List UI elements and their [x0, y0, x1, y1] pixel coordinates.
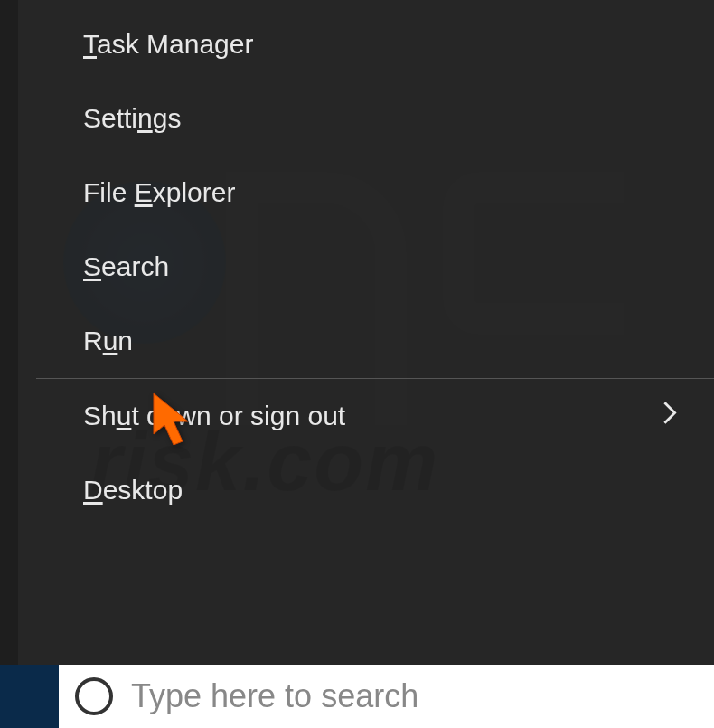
taskbar: Type here to search	[0, 665, 714, 728]
search-placeholder: Type here to search	[131, 677, 418, 715]
menu-label: Search	[83, 251, 169, 282]
menu-item-desktop[interactable]: Desktop	[18, 453, 714, 527]
menu-label: Settings	[83, 103, 181, 134]
search-bar[interactable]: Type here to search	[59, 665, 714, 728]
menu-item-search[interactable]: Search	[18, 230, 714, 304]
menu-label: Desktop	[83, 475, 183, 506]
start-button[interactable]	[0, 665, 59, 728]
annotation-cursor-icon	[145, 389, 208, 465]
menu-item-run[interactable]: Run	[18, 304, 714, 378]
menu-item-task-manager[interactable]: Task Manager	[18, 7, 714, 81]
menu-label: Shut down or sign out	[83, 401, 345, 431]
menu-label: Run	[83, 326, 133, 356]
search-icon	[75, 677, 113, 715]
menu-item-settings[interactable]: Settings	[18, 81, 714, 156]
chevron-right-icon	[662, 401, 678, 432]
winx-context-menu: risk.com Task Manager Settings File Expl…	[18, 0, 714, 665]
menu-item-file-explorer[interactable]: File Explorer	[18, 156, 714, 230]
menu-label: File Explorer	[83, 177, 235, 208]
menu-item-shutdown[interactable]: Shut down or sign out	[18, 379, 714, 453]
menu-label: Task Manager	[83, 29, 253, 60]
